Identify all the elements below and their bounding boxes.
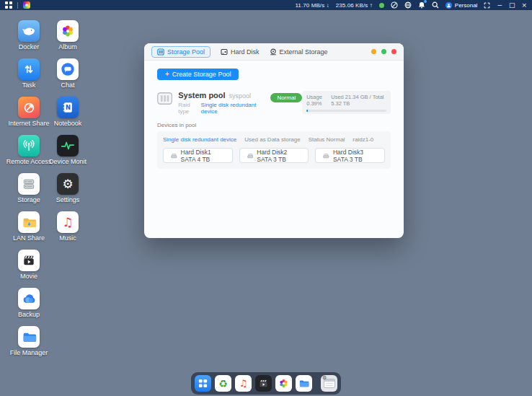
gear-icon: ⚙ [57, 173, 79, 195]
notebook-n-icon: N [57, 97, 79, 118]
dock-music[interactable]: ♫ [235, 375, 252, 392]
window-minimize-dot[interactable] [371, 49, 376, 54]
network-globe-icon[interactable] [404, 1, 412, 9]
usage-box: Usage 0.39% Used 21.34 GB / Total 5.32 T… [302, 91, 391, 114]
desktop-icon-album[interactable]: Album [57, 20, 79, 58]
notifications-bell-icon[interactable] [418, 1, 425, 9]
status-dot-icon[interactable] [379, 3, 384, 8]
desktop-icon-label: Internet Share [8, 120, 49, 127]
minimize-icon[interactable]: − [497, 0, 502, 10]
desktop-icon-label: Storage [17, 196, 40, 203]
devices-raid-link[interactable]: Single disk redundant device [163, 136, 236, 143]
devices-in-pool-title: Devices in pool [157, 122, 391, 128]
create-storage-pool-button[interactable]: Create Storage Pool [157, 69, 239, 80]
film-clapper-icon [258, 378, 269, 389]
dock-recycle-bin[interactable]: ♻ [215, 375, 231, 392]
pool-array-icon [157, 91, 172, 106]
desktop-icon-chat[interactable]: Chat [57, 58, 79, 97]
desktop-icon-movie[interactable]: Movie [18, 250, 40, 288]
menubar-left [5, 1, 30, 9]
fullscreen-icon[interactable] [484, 2, 490, 9]
devices-box: Single disk redundant device Used as Dat… [157, 131, 391, 169]
desktop-icon-file-manager[interactable]: File Manager [10, 326, 48, 364]
status-badge: Normal [270, 93, 302, 102]
raid-type-link[interactable]: Single disk redundant device [201, 102, 261, 115]
dock-movie[interactable] [255, 375, 272, 392]
color-flower-icon [57, 20, 79, 42]
desktop-icon-label: Backup [18, 311, 40, 318]
network-upload-stat: 235.06 KB/s ↑ [336, 2, 373, 9]
desktop-icon-notebook[interactable]: N Notebook [54, 97, 82, 135]
create-button-label: Create Storage Pool [172, 71, 231, 78]
window-close-dot[interactable] [391, 49, 396, 54]
hard-disk-icon [221, 48, 228, 56]
window-tabbar: Storage Pool Hard Disk External Storage [144, 43, 404, 61]
recycle-icon: ♻ [218, 379, 228, 389]
desktop-icon-label: Music [59, 234, 76, 242]
desktop-icon-remote-access[interactable]: Remote Access [6, 135, 52, 173]
privacy-circle-icon[interactable] [391, 1, 398, 9]
pool-text: System pool syspool Raid type Single dis… [178, 91, 260, 115]
external-storage-icon [270, 48, 277, 56]
desktop-icon-label: Album [58, 43, 77, 50]
capacity-label: Used 21.34 GB / Total 5.32 TB [331, 94, 386, 107]
tab-label: External Storage [280, 48, 328, 56]
dock-file-manager[interactable] [296, 375, 312, 392]
desktop-icon-docker[interactable]: Docker [18, 20, 40, 58]
dock-album[interactable] [275, 375, 292, 392]
disk-chip-3[interactable]: Hard Disk3 SATA 3 TB [315, 148, 385, 163]
user-menu[interactable]: Personal [445, 2, 478, 9]
desktop-icon-label: Movie [20, 273, 37, 280]
disk-chip-label: Hard Disk1 SATA 4 TB [181, 149, 225, 163]
color-flower-icon [278, 378, 289, 389]
film-clapper-icon [18, 250, 40, 271]
maximize-icon[interactable]: □ [509, 0, 515, 10]
usage-progress-fill [306, 110, 308, 112]
search-icon[interactable] [432, 1, 439, 9]
disk-chip-1[interactable]: Hard Disk1 SATA 4 TB [163, 148, 233, 163]
gear-badge-icon: ⚙ [322, 376, 327, 381]
music-note-icon: ♫ [57, 211, 79, 233]
docker-whale-icon [18, 20, 40, 42]
svg-text:N: N [66, 104, 71, 111]
desktop-icon-backup[interactable]: Backup [18, 288, 40, 326]
desktop-icon-lan-share[interactable]: LAN Share [13, 211, 45, 250]
raid-type-label: Raid type [178, 102, 198, 115]
disk-chip-2[interactable]: Hard Disk2 SATA 3 TB [239, 148, 309, 163]
desktop-icon-label: Task [22, 82, 36, 89]
tab-storage-pool[interactable]: Storage Pool [151, 46, 210, 58]
desktop-icon-internet-share[interactable]: Internet Share [8, 97, 49, 135]
devices-usage-type: Used as Data storage [244, 136, 300, 143]
plus-icon [165, 71, 169, 78]
user-avatar [445, 2, 452, 9]
dock-app-launcher[interactable] [195, 375, 211, 392]
network-download-stat: 11.70 MB/s ↓ [295, 2, 329, 9]
desktop-icon-settings[interactable]: ⚙ Settings [56, 173, 80, 211]
desktop-icon-label: Docker [19, 43, 40, 50]
desktop-icon-task[interactable]: Task [18, 58, 40, 97]
dock-storage-window-preview[interactable]: ⚙ [321, 375, 337, 392]
user-label: Personal [455, 2, 478, 9]
disk-chips: Hard Disk1 SATA 4 TB Hard Disk2 SATA 3 T… [163, 148, 385, 163]
devices-status: Status Normal [309, 136, 345, 143]
desktop-icon-storage[interactable]: Storage [17, 173, 40, 211]
desktop-icon-label: Settings [56, 196, 80, 203]
tab-hard-disk[interactable]: Hard Disk [221, 48, 260, 56]
desktop-icon-music[interactable]: ♫ Music [57, 211, 79, 250]
desktop-icon-device-monit[interactable]: Device Monit [49, 135, 87, 173]
blue-folder-icon [298, 378, 309, 389]
window-maximize-dot[interactable] [381, 49, 386, 54]
app-grid-icon [198, 379, 208, 388]
drive-icon [323, 152, 329, 159]
disk-stack-icon [18, 173, 40, 195]
menubar-right: 11.70 MB/s ↓ 235.06 KB/s ↑ Personal − □ … [295, 0, 527, 10]
active-app-settings-icon[interactable] [23, 1, 30, 9]
tab-label: Hard Disk [231, 48, 260, 56]
desktop-icon-label: LAN Share [13, 234, 45, 242]
usage-progress-track [306, 110, 386, 112]
app-launcher-icon[interactable] [5, 1, 12, 9]
desktop-icon-label: Notebook [54, 120, 82, 127]
cloud-icon [18, 288, 40, 309]
close-icon[interactable]: × [521, 0, 527, 10]
tab-external-storage[interactable]: External Storage [270, 48, 328, 56]
